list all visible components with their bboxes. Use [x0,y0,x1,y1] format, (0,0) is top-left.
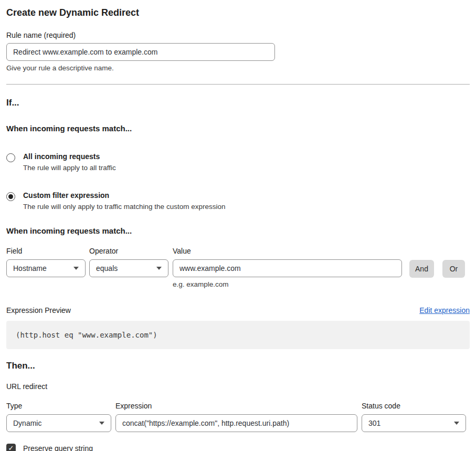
expression-input[interactable] [115,414,357,432]
redirect-settings-row: Type Dynamic Expression Status code 301 [6,402,470,432]
preserve-query-label: Preserve query string [23,444,93,451]
expression-preview-label: Expression Preview [6,306,71,314]
value-input[interactable] [173,259,402,277]
status-code-select[interactable]: 301 [362,414,466,432]
chevron-down-icon [73,267,79,270]
rule-name-section: Rule name (required) Give your rule a de… [6,31,470,72]
page-title: Create new Dynamic Redirect [6,7,470,18]
radio-option-description: The rule will apply to all traffic [23,164,116,172]
radio-option-all-requests[interactable]: All incoming requests The rule will appl… [6,152,470,172]
and-button[interactable]: And [409,260,434,278]
if-match-heading: When incoming requests match... [6,124,470,133]
then-heading: Then... [6,361,470,371]
expression-preview-code: (http.host eq "www.example.com") [6,321,470,349]
edit-expression-link[interactable]: Edit expression [419,306,470,314]
operator-label: Operator [89,247,168,255]
type-select-value: Dynamic [13,419,41,427]
checkbox-checked-icon[interactable]: ✓ [6,444,16,451]
filter-builder-row: Field Hostname Operator equals Value e.g… [6,247,470,288]
andor-group: And Or [409,260,465,278]
operator-select-value: equals [96,264,118,272]
radio-option-custom-filter[interactable]: Custom filter expression The rule will o… [6,191,470,211]
expression-preview-header: Expression Preview Edit expression [6,306,470,314]
operator-select[interactable]: equals [89,259,168,277]
chevron-down-icon [99,422,104,425]
section-divider [6,84,470,85]
field-select[interactable]: Hostname [6,259,86,277]
preserve-query-row[interactable]: ✓ Preserve query string [6,444,470,451]
rule-name-label: Rule name (required) [6,31,470,39]
rule-name-help: Give your rule a descriptive name. [6,64,470,72]
field-select-value: Hostname [13,264,47,272]
value-help: e.g. example.com [173,280,402,288]
type-select[interactable]: Dynamic [6,414,111,432]
chevron-down-icon [156,267,162,270]
or-button[interactable]: Or [442,260,465,278]
value-label: Value [173,247,402,255]
status-code-label: Status code [362,402,466,410]
rule-name-input[interactable] [6,43,275,61]
type-label: Type [6,402,111,410]
radio-unselected-icon[interactable] [6,153,15,162]
if-heading: If... [6,98,470,108]
chevron-down-icon [454,422,459,425]
url-redirect-label: URL redirect [6,382,470,391]
radio-option-label: All incoming requests [23,152,116,161]
status-code-select-value: 301 [368,419,380,427]
field-label: Field [6,247,86,255]
expression-label: Expression [115,402,357,410]
radio-option-label: Custom filter expression [23,191,225,200]
radio-selected-icon[interactable] [6,192,15,201]
radio-option-description: The rule will only apply to traffic matc… [23,203,225,211]
filter-match-heading: When incoming requests match... [6,226,470,235]
